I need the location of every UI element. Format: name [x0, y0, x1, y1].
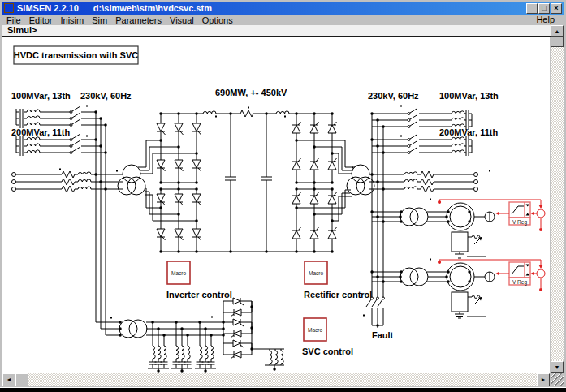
right-bus[interactable] [372, 114, 383, 297]
scroll-down-icon[interactable]: ▼ [551, 361, 564, 373]
screen-bottom-edge [0, 388, 566, 392]
label-fault: Fault [372, 330, 394, 340]
left-filter-bank-11[interactable] [16, 135, 106, 157]
diagram-title: HVDC transmission with SVC [14, 50, 138, 60]
label-right-grid: 230kV, 60Hz [368, 91, 419, 101]
menu-help[interactable]: Help [532, 15, 559, 24]
voltage-regulator-2[interactable]: V Reg [509, 262, 530, 286]
macro-label-inverter: Macro [171, 270, 186, 276]
scroll-up-icon[interactable]: ▲ [551, 25, 564, 37]
generator-unit-2[interactable]: V Reg [372, 260, 545, 318]
inverter-bridge[interactable] [138, 114, 201, 252]
vreg-label-1: V Reg [512, 219, 527, 226]
macro-inverter-control[interactable]: Macro [167, 261, 190, 284]
menu-file[interactable]: File [2, 15, 25, 25]
vertical-scrollbar[interactable]: ▲ ▼ [551, 25, 564, 373]
fault-switches[interactable] [366, 297, 385, 328]
label-svc-control: SVC control [302, 347, 353, 356]
menu-options[interactable]: Options [198, 15, 237, 25]
command-prompt[interactable]: Simul> [2, 25, 555, 37]
svc-network[interactable] [146, 298, 284, 371]
menu-editor[interactable]: Editor [25, 15, 57, 25]
label-rectifier-control: Rectifier control [304, 290, 372, 299]
close-icon[interactable]: × [551, 3, 562, 14]
horizontal-scroll-thumb[interactable] [15, 373, 28, 386]
right-ac-source[interactable] [369, 171, 478, 192]
macro-label-svc: Macro [308, 327, 322, 333]
menu-sim[interactable]: Sim [88, 15, 111, 25]
vreg-label-2: V Reg [512, 279, 527, 286]
titlebar: SIMSEN 2.2.10 d:\simweb\stm\hvdcsvc.stm … [2, 2, 564, 15]
right-filter-bank-11[interactable] [372, 135, 472, 157]
dc-link[interactable] [197, 110, 296, 252]
minimize-icon[interactable]: _ [526, 3, 538, 14]
window-title: SIMSEN 2.2.10 [17, 3, 79, 13]
label-left-grid: 230kV, 60Hz [80, 91, 132, 101]
label-inverter-control: Inverter control [166, 290, 232, 299]
macro-label-rectifier: Macro [309, 270, 323, 276]
inverter-transformer[interactable] [118, 165, 145, 195]
diagram-title-box: HVDC transmission with SVC [14, 46, 138, 64]
schematic-canvas[interactable]: HVDC transmission with SVC 100MVar, 13th… [2, 37, 550, 373]
resize-grip[interactable] [551, 373, 564, 386]
scroll-right-icon[interactable]: ► [537, 373, 550, 386]
menu-visual[interactable]: Visual [166, 15, 198, 25]
horizontal-scrollbar[interactable]: ◄ ► [2, 373, 550, 386]
voltage-regulator-1[interactable]: V Reg [509, 202, 530, 226]
label-dc-link: 690MW, +- 450kV [215, 88, 287, 97]
menu-parameters[interactable]: Parameters [111, 15, 166, 25]
rectifier-bridge[interactable] [292, 114, 355, 252]
menubar: File Editor Inisim Sim Parameters Visual… [2, 15, 564, 25]
svc-transformer[interactable] [119, 320, 147, 338]
simsen-app-icon [4, 3, 14, 13]
macro-rectifier-control[interactable]: Macro [305, 261, 327, 284]
vertical-scroll-thumb[interactable] [551, 37, 564, 47]
element-markers [60, 106, 490, 319]
left-filter-bank-13[interactable] [16, 107, 106, 129]
maximize-icon[interactable]: □ [538, 3, 550, 14]
label-right-filter-13: 100MVar, 13th [439, 91, 499, 101]
label-left-filter-11: 200MVar, 11th [11, 127, 70, 137]
menu-inisim[interactable]: Inisim [56, 15, 88, 25]
macro-svc-control[interactable]: Macro [304, 318, 326, 341]
label-left-filter-13: 100MVar, 13th [11, 91, 71, 101]
rectifier-transformer[interactable] [347, 165, 374, 195]
left-bus[interactable] [96, 112, 119, 335]
window-file-path: d:\simweb\stm\hvdcsvc.stm [93, 3, 212, 13]
generator-unit-1[interactable]: V Reg [372, 200, 545, 258]
junction-dots [96, 112, 469, 371]
scroll-left-icon[interactable]: ◄ [2, 373, 15, 386]
